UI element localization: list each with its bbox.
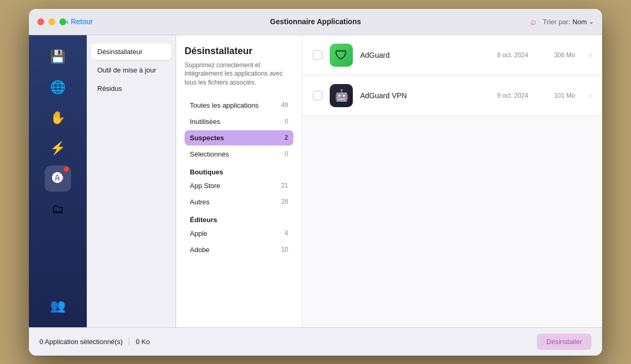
app-date-adguard-vpn: 9 oct. 2024	[497, 92, 528, 99]
app-chevron-adguard-vpn[interactable]: ›	[589, 91, 592, 100]
sidebar-item-disk[interactable]: 💾	[45, 44, 71, 70]
selected-size: 0 Ko	[136, 338, 150, 346]
traffic-lights	[37, 18, 66, 25]
adguard-logo: 🛡	[335, 48, 348, 63]
bottom-bar: 0 Application sélectionné(s) 0 Ko Désins…	[29, 327, 602, 356]
category-unused[interactable]: Inutilisées 0	[185, 114, 293, 129]
disk-icon: 💾	[50, 49, 66, 64]
category-all-apps[interactable]: Toutes les applications 49	[185, 98, 293, 113]
sidebar-item-apps[interactable]: 🅐	[45, 165, 71, 192]
category-adobe[interactable]: Adobe 10	[185, 242, 293, 257]
sidebar-item-lightning[interactable]: ⚡	[45, 135, 71, 161]
app-name-adguard-vpn: AdGuard VPN	[360, 91, 490, 100]
main-content: 💾 🌐 ✋ ⚡ 🅐 🗂 👥 Dé	[29, 35, 602, 327]
category-list: Toutes les applications 49 Inutilisées 0…	[185, 98, 293, 257]
minimize-button[interactable]	[48, 18, 55, 25]
section-header-publishers: Éditeurs	[185, 211, 293, 226]
app-checkbox-adguard-vpn[interactable]	[313, 91, 322, 100]
hand-icon: ✋	[50, 110, 66, 125]
app-manager-icon: 🅐	[52, 172, 64, 185]
window-title: Gestionnaire Applications	[270, 17, 361, 26]
category-selected[interactable]: Sélectionnés 0	[185, 147, 293, 162]
back-button[interactable]: ‹ Retour	[66, 17, 93, 26]
table-row: 🤖 AdGuard VPN 9 oct. 2024 101 Mo ›	[302, 76, 602, 116]
back-label: Retour	[71, 17, 93, 26]
sort-label: Trier par:	[543, 18, 570, 26]
sidebar-item-hand[interactable]: ✋	[45, 105, 71, 131]
sort-value: Nom	[573, 18, 587, 26]
left-panel: Désinstallateur Outil de mise à jour Rés…	[87, 35, 176, 327]
app-date-adguard: 8 oct. 2024	[497, 51, 528, 59]
category-app-store[interactable]: App Store 21	[185, 178, 293, 193]
app-chevron-adguard[interactable]: ›	[589, 50, 592, 60]
titlebar: ‹ Retour Gestionnaire Applications ⌕ Tri…	[29, 9, 602, 35]
sidebar-item-files[interactable]: 🗂	[45, 196, 71, 222]
sidebar: 💾 🌐 ✋ ⚡ 🅐 🗂 👥	[29, 35, 87, 327]
globe-icon: 🌐	[50, 80, 66, 95]
adguard-vpn-logo: 🤖	[334, 89, 349, 102]
chevron-left-icon: ‹	[66, 17, 69, 26]
app-checkbox-adguard[interactable]	[313, 50, 322, 60]
app-icon-adguard: 🛡	[330, 44, 353, 67]
maximize-button[interactable]	[59, 18, 66, 25]
middle-panel-description: Supprimez correctement et intégralement …	[185, 61, 293, 87]
lightning-icon: ⚡	[50, 141, 66, 155]
sidebar-item-user[interactable]: 👥	[45, 293, 71, 319]
app-icon-adguard-vpn: 🤖	[330, 84, 353, 107]
user-icon: 👥	[50, 298, 66, 313]
close-button[interactable]	[37, 18, 44, 25]
left-panel-item-updater[interactable]: Outil de mise à jour	[91, 62, 171, 78]
app-name-adguard: AdGuard	[360, 51, 490, 59]
notification-badge	[64, 167, 69, 172]
bottom-divider	[129, 337, 129, 346]
category-apple[interactable]: Apple 4	[185, 226, 293, 241]
sort-control[interactable]: Trier par: Nom ⌄	[543, 18, 594, 26]
middle-panel-title: Désinstallateur	[185, 46, 293, 57]
left-panel-item-uninstaller[interactable]: Désinstallateur	[91, 44, 171, 60]
selected-count: 0 Application sélectionné(s)	[39, 338, 123, 346]
main-window: ‹ Retour Gestionnaire Applications ⌕ Tri…	[29, 9, 602, 356]
sort-chevron-icon: ⌄	[589, 18, 594, 25]
app-size-adguard-vpn: 101 Mo	[546, 92, 575, 99]
files-icon: 🗂	[52, 202, 64, 216]
section-header-stores: Boutiques	[185, 163, 293, 178]
middle-panel: Désinstallateur Supprimez correctement e…	[176, 35, 302, 327]
uninstall-button[interactable]: Désinstaller	[537, 334, 592, 350]
titlebar-actions: ⌕ Trier par: Nom ⌄	[531, 16, 594, 27]
right-panel: 🛡 AdGuard 8 oct. 2024 306 Mo › 🤖 AdGuard…	[302, 35, 602, 327]
sidebar-item-globe[interactable]: 🌐	[45, 74, 71, 100]
category-suspicious[interactable]: Suspectes 2	[185, 130, 293, 145]
search-icon[interactable]: ⌕	[531, 16, 536, 27]
app-size-adguard: 306 Mo	[546, 51, 575, 59]
category-others[interactable]: Autres 28	[185, 194, 293, 210]
table-row: 🛡 AdGuard 8 oct. 2024 306 Mo ›	[302, 35, 602, 76]
left-panel-item-residuals[interactable]: Résidus	[91, 80, 171, 97]
